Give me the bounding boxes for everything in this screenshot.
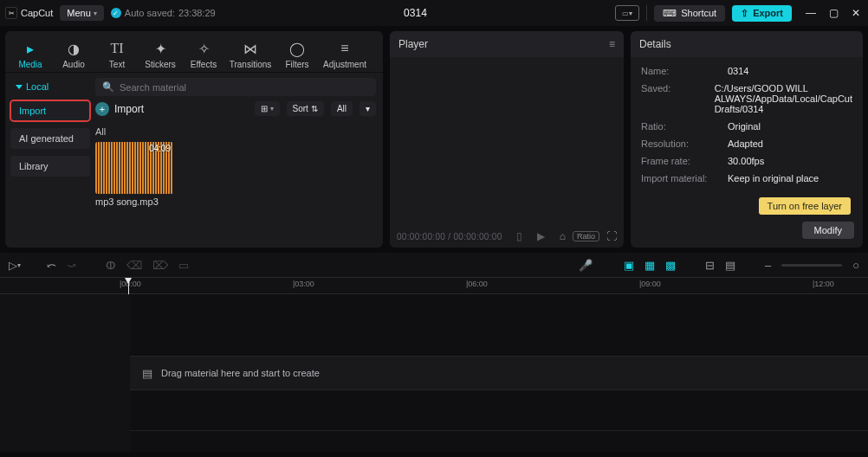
tab-effects[interactable]: ✧ Effects bbox=[182, 37, 225, 72]
player-controls: 00:00:00:00 / 00:00:00:00 ▯ ▶ ⌂ Ratio ⛶ bbox=[390, 225, 624, 248]
mic-button[interactable]: 🎤 bbox=[579, 259, 593, 272]
media-category-tabs: ▸ Media ◑ Audio TI Text ✦ Stickers ✧ Eff… bbox=[5, 31, 383, 73]
close-button[interactable]: ✕ bbox=[849, 7, 863, 19]
tab-filters[interactable]: ◯ Filters bbox=[275, 37, 319, 72]
details-panel: Details Name:0314 Saved:C:/Users/GOOD WI… bbox=[631, 31, 863, 248]
player-header: Player ≡ bbox=[390, 31, 624, 57]
clip-filename: mp3 song.mp3 bbox=[95, 196, 173, 207]
timeline-tracks[interactable]: ▤ Drag material here and start to create bbox=[130, 294, 868, 452]
player-title: Player bbox=[398, 38, 428, 50]
import-button[interactable]: + Import bbox=[95, 102, 144, 116]
player-stage[interactable] bbox=[390, 57, 624, 225]
undo-button[interactable]: ⤺ bbox=[47, 259, 56, 272]
tab-audio-label: Audio bbox=[62, 60, 85, 69]
detail-importmat-label: Import material: bbox=[641, 173, 719, 183]
search-input[interactable]: 🔍 Search material bbox=[95, 78, 376, 96]
track-view-button[interactable]: ▤ bbox=[725, 259, 735, 272]
rewind-button[interactable]: ▯ bbox=[516, 230, 522, 242]
ratio-chip[interactable]: Ratio bbox=[573, 231, 599, 241]
detail-saved-label: Saved: bbox=[641, 83, 706, 114]
tab-transitions[interactable]: ⋈ Transitions bbox=[225, 37, 275, 72]
search-placeholder: Search material bbox=[120, 82, 186, 93]
zoom-slider[interactable] bbox=[781, 264, 842, 267]
zoom-out-button[interactable]: – bbox=[765, 259, 771, 272]
redo-button[interactable]: ⤻ bbox=[67, 259, 76, 272]
pointer-tool[interactable]: ▷ ▾ bbox=[9, 259, 21, 272]
link-button[interactable]: ▦ bbox=[645, 259, 655, 272]
sidebar-group-local[interactable]: Local bbox=[10, 78, 90, 95]
window-controls: — ▢ ✕ bbox=[804, 7, 863, 19]
sidebar-item-library-label: Library bbox=[19, 161, 49, 171]
import-label: Import bbox=[114, 103, 144, 115]
zoom-fit-button[interactable]: ○ bbox=[852, 259, 859, 272]
details-header: Details bbox=[631, 31, 863, 57]
minimize-button[interactable]: — bbox=[804, 7, 818, 19]
caret-down-icon bbox=[16, 85, 23, 89]
stickers-icon: ✦ bbox=[152, 40, 169, 57]
tab-adjustment-label: Adjustment bbox=[323, 60, 366, 69]
export-button[interactable]: ⇧ Export bbox=[732, 5, 792, 22]
detail-framerate-value: 30.00fps bbox=[728, 156, 852, 166]
check-icon: ✓ bbox=[111, 8, 121, 18]
clip-thumbnail: 04:09 bbox=[95, 142, 173, 194]
sidebar-item-import[interactable]: Import bbox=[10, 100, 90, 121]
timeline-divider bbox=[130, 430, 868, 431]
free-layer-tooltip: Turn on free layer bbox=[759, 197, 851, 215]
ruler-tick: |09:00 bbox=[639, 280, 661, 288]
fullscreen-button[interactable]: ⛶ bbox=[606, 230, 617, 242]
sidebar-item-ai-generated[interactable]: AI generated bbox=[10, 128, 90, 149]
maximize-button[interactable]: ▢ bbox=[826, 7, 840, 19]
filter-all-button[interactable]: All bbox=[331, 101, 353, 116]
logo-badge-icon: ✂ bbox=[5, 7, 17, 19]
autosave-status: ✓ Auto saved: 23:38:29 bbox=[111, 8, 216, 18]
tab-adjustment[interactable]: ≡ Adjustment bbox=[319, 37, 371, 72]
delete-button[interactable]: ▭ bbox=[178, 259, 189, 272]
sidebar-item-library[interactable]: Library bbox=[10, 156, 90, 177]
detail-resolution-value: Adapted bbox=[728, 138, 852, 149]
media-icon: ▸ bbox=[22, 40, 39, 57]
sort-label: Sort bbox=[293, 104, 308, 113]
shortcut-button[interactable]: ⌨ Shortcut bbox=[654, 5, 725, 22]
preview-axis-button[interactable]: ▩ bbox=[665, 259, 676, 272]
player-menu-icon[interactable]: ≡ bbox=[609, 38, 615, 50]
detail-name-label: Name: bbox=[641, 66, 719, 76]
filter-icon-button[interactable]: ▾ bbox=[360, 101, 376, 116]
tab-audio[interactable]: ◑ Audio bbox=[52, 37, 95, 72]
autosave-label: Auto saved: bbox=[125, 8, 175, 18]
export-icon: ⇧ bbox=[741, 8, 748, 19]
crop-button[interactable]: ⌂ bbox=[560, 230, 566, 242]
media-clip[interactable]: 04:09 mp3 song.mp3 bbox=[95, 142, 173, 207]
menu-button[interactable]: Menu ▾ bbox=[60, 5, 104, 21]
app-name: CapCut bbox=[21, 8, 53, 18]
timeline-dropzone[interactable]: ▤ Drag material here and start to create bbox=[130, 356, 868, 390]
delete-right-button[interactable]: ⌦ bbox=[152, 259, 168, 272]
sort-button[interactable]: Sort ⇅ bbox=[287, 101, 324, 116]
sidebar-group-label: Local bbox=[26, 81, 49, 92]
effects-icon: ✧ bbox=[195, 40, 212, 57]
timeline-ruler[interactable]: |00:00 |03:00 |06:00 |09:00 |12:00 bbox=[0, 277, 868, 294]
ruler-tick: |12:00 bbox=[813, 280, 834, 288]
adjustment-icon: ≡ bbox=[336, 40, 353, 57]
tab-stickers[interactable]: ✦ Stickers bbox=[139, 37, 182, 72]
aspect-ratio-button[interactable]: ▭▾ bbox=[615, 5, 639, 21]
text-icon: TI bbox=[108, 40, 126, 57]
media-panel: ▸ Media ◑ Audio TI Text ✦ Stickers ✧ Eff… bbox=[5, 31, 383, 248]
menu-label: Menu bbox=[67, 8, 91, 18]
delete-left-button[interactable]: ⌫ bbox=[126, 259, 142, 272]
divider bbox=[646, 5, 647, 21]
view-mode-button[interactable]: ⊞ ▾ bbox=[255, 101, 280, 116]
details-body: Name:0314 Saved:C:/Users/GOOD WILL ALWAY… bbox=[631, 57, 863, 192]
modify-button[interactable]: Modify bbox=[802, 222, 854, 239]
time-total: 00:00:00:00 bbox=[453, 232, 502, 241]
align-button[interactable]: ⊟ bbox=[705, 259, 715, 272]
tab-filters-label: Filters bbox=[285, 60, 308, 69]
keyboard-icon: ⌨ bbox=[663, 8, 677, 19]
detail-ratio-label: Ratio: bbox=[641, 121, 719, 132]
dropzone-hint: Drag material here and start to create bbox=[161, 368, 320, 378]
tab-text[interactable]: TI Text bbox=[95, 37, 139, 72]
split-button[interactable]: ⵀ bbox=[106, 259, 116, 272]
tab-media[interactable]: ▸ Media bbox=[9, 37, 52, 72]
app-logo: ✂ CapCut bbox=[5, 7, 53, 19]
play-button[interactable]: ▶ bbox=[537, 230, 545, 242]
snap-button[interactable]: ▣ bbox=[624, 259, 634, 272]
